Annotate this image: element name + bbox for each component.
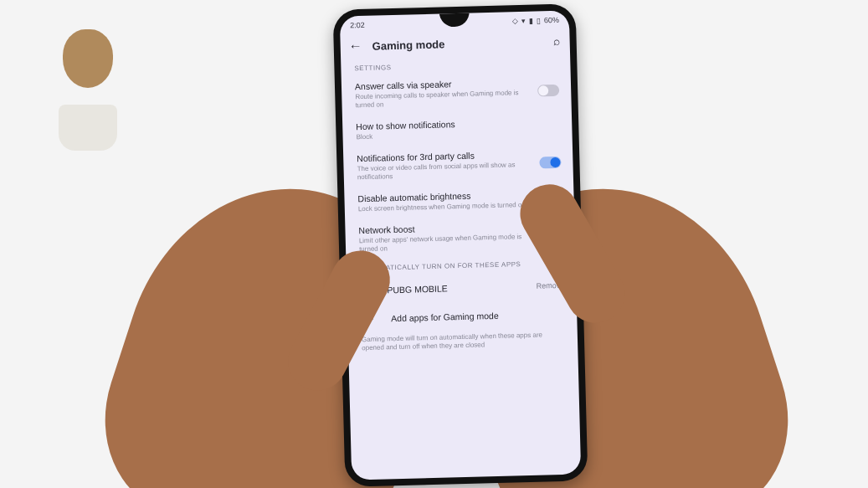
setting-subtitle: Limit other apps' network usage when Gam… xyxy=(359,233,535,254)
setting-subtitle: Route incoming calls to speaker when Gam… xyxy=(355,89,531,110)
status-time: 2:02 xyxy=(350,21,365,29)
back-button[interactable]: ← xyxy=(349,39,362,53)
signal-icon: ▮ xyxy=(529,17,533,25)
location-icon: ◇ xyxy=(512,17,518,25)
setting-subtitle: The voice or video calls from social app… xyxy=(357,161,532,182)
toggle-answer-calls-speaker[interactable] xyxy=(537,85,559,97)
app-name: PUBG MOBILE xyxy=(387,281,528,295)
status-icons: ◇ ▾ ▮ ▯ 60% xyxy=(512,16,559,25)
toggle-3rd-party-calls[interactable] xyxy=(539,157,561,169)
setting-3rd-party-calls[interactable]: Notifications for 3rd party calls The vo… xyxy=(343,141,573,187)
setting-answer-calls-speaker[interactable]: Answer calls via speaker Route incoming … xyxy=(342,69,572,116)
battery-percent: 60% xyxy=(544,16,559,24)
battery-icon: ▯ xyxy=(537,16,541,24)
page-title: Gaming mode xyxy=(372,35,543,52)
search-icon[interactable]: ⌕ xyxy=(552,34,559,48)
decorative-plant xyxy=(50,17,126,151)
footer-note: Gaming mode will turn on automatically w… xyxy=(348,326,578,360)
wifi-icon: ▾ xyxy=(521,17,526,25)
add-apps-label: Add apps for Gaming mode xyxy=(391,311,499,323)
